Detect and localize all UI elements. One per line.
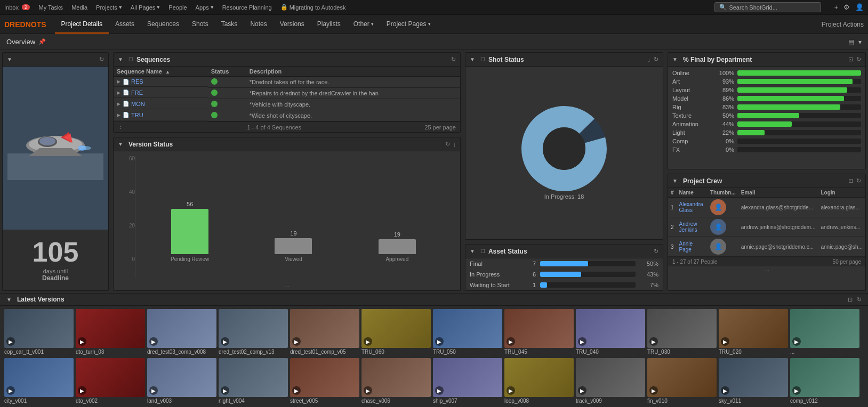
asset-collapse-icon[interactable]: ▼ bbox=[470, 248, 475, 254]
ver-collapse-icon[interactable]: ▼ bbox=[118, 141, 123, 147]
seq-col-name[interactable]: Sequence Name ▲ bbox=[114, 67, 208, 77]
sequences-collapse-icon[interactable]: ▼ bbox=[118, 56, 123, 62]
table-row[interactable]: ▶ 📄 FRE *Repairs to drednot by the dredC… bbox=[114, 88, 460, 99]
tab-tasks[interactable]: Tasks bbox=[215, 15, 244, 34]
nav-all-pages[interactable]: All Pages ▾ bbox=[131, 4, 160, 11]
play-icon[interactable]: ▶ bbox=[507, 337, 515, 346]
list-item[interactable]: ▶ TRU_060 bbox=[361, 309, 431, 355]
seq-name-link[interactable]: FRE bbox=[131, 89, 143, 96]
nav-projects[interactable]: Projects ▾ bbox=[96, 4, 122, 11]
list-item[interactable]: ▶ TRU_040 bbox=[576, 309, 645, 355]
list-item[interactable]: ▶ loop_v008 bbox=[504, 358, 574, 404]
crew-collapse-icon[interactable]: ▼ bbox=[672, 178, 678, 184]
seq-name-link[interactable]: RES bbox=[131, 78, 143, 85]
nav-media[interactable]: Media bbox=[71, 4, 87, 11]
list-item[interactable]: ▶ chase_v006 bbox=[361, 358, 431, 404]
seq-expand-icon[interactable]: ▶ bbox=[117, 101, 120, 107]
crew-refresh-icon[interactable]: ↻ bbox=[856, 177, 861, 184]
ver-refresh-icon[interactable]: ↻ bbox=[445, 141, 450, 148]
play-icon[interactable]: ▶ bbox=[649, 386, 658, 395]
list-item[interactable]: ▶ track_v009 bbox=[576, 358, 645, 404]
nav-resource-planning[interactable]: Resource Planning bbox=[222, 4, 272, 11]
crew-col-email[interactable]: Email bbox=[738, 188, 818, 198]
add-icon[interactable]: + bbox=[834, 3, 838, 11]
play-icon[interactable]: ▶ bbox=[792, 337, 801, 346]
search-bar[interactable]: 🔍 Search ShotGrid... bbox=[714, 2, 821, 12]
seq-name-link[interactable]: MON bbox=[131, 101, 145, 107]
nav-inbox[interactable]: Inbox 2 bbox=[4, 4, 30, 11]
shot-collapse-icon[interactable]: ▼ bbox=[470, 56, 475, 62]
play-icon[interactable]: ▶ bbox=[149, 386, 158, 395]
dept-collapse-icon[interactable]: ▼ bbox=[672, 56, 678, 62]
list-item[interactable]: ▶ fin_v010 bbox=[647, 358, 717, 404]
list-item[interactable]: ▶ street_v005 bbox=[290, 358, 359, 404]
play-icon[interactable]: ▶ bbox=[578, 386, 586, 395]
play-icon[interactable]: ▶ bbox=[721, 386, 729, 395]
seq-expand-icon[interactable]: ▶ bbox=[117, 90, 120, 95]
sequences-refresh-icon[interactable]: ↻ bbox=[451, 56, 456, 63]
play-icon[interactable]: ▶ bbox=[6, 386, 15, 395]
play-icon[interactable]: ▶ bbox=[292, 337, 301, 346]
play-icon[interactable]: ▶ bbox=[292, 386, 301, 395]
nav-apps[interactable]: Apps ▾ bbox=[196, 4, 214, 11]
list-item[interactable]: ▶ land_v003 bbox=[147, 358, 216, 404]
list-item[interactable]: ▶ TRU_020 bbox=[719, 309, 788, 355]
sequences-per-page[interactable]: 25 per page bbox=[424, 124, 456, 131]
tab-project-pages[interactable]: Project Pages ▾ bbox=[380, 15, 437, 34]
play-icon[interactable]: ▶ bbox=[221, 337, 229, 346]
project-name[interactable]: DREDNOTS bbox=[4, 20, 46, 29]
play-icon[interactable]: ▶ bbox=[578, 337, 586, 346]
shot-checkbox[interactable]: ☐ bbox=[480, 56, 485, 62]
list-item[interactable]: ▶ dto_turn_03 bbox=[76, 309, 145, 355]
play-icon[interactable]: ▶ bbox=[435, 337, 444, 346]
tab-shots[interactable]: Shots bbox=[186, 15, 215, 34]
shot-refresh-icon[interactable]: ↻ bbox=[654, 56, 658, 63]
list-item[interactable]: ▶ city_v001 bbox=[4, 358, 74, 404]
crew-col-login[interactable]: Login bbox=[818, 188, 865, 198]
table-row[interactable]: 2 Andrew Jenkins 👤 andrew.jenkins@shotgr… bbox=[668, 217, 865, 237]
pin-icon[interactable]: 📌 bbox=[38, 38, 46, 45]
play-icon[interactable]: ▶ bbox=[792, 386, 801, 395]
list-item[interactable]: ▶ dred_test02_comp_v13 bbox=[219, 309, 288, 355]
seq-col-status[interactable]: Status bbox=[208, 67, 246, 77]
tab-other[interactable]: Other ▾ bbox=[347, 15, 380, 34]
play-icon[interactable]: ▶ bbox=[149, 337, 158, 346]
tab-notes[interactable]: Notes bbox=[244, 15, 273, 34]
table-row[interactable]: ▶ 📄 MON *Vehicle with cityscape. bbox=[114, 99, 460, 110]
asset-checkbox[interactable]: ☐ bbox=[480, 248, 485, 254]
play-icon[interactable]: ▶ bbox=[6, 337, 15, 346]
list-item[interactable]: ▶ night_v004 bbox=[219, 358, 288, 404]
nav-my-tasks[interactable]: My Tasks bbox=[38, 4, 63, 11]
play-icon[interactable]: ▶ bbox=[364, 386, 372, 395]
list-item[interactable]: ▶ TRU_050 bbox=[433, 309, 502, 355]
tab-playlists[interactable]: Playlists bbox=[311, 15, 347, 34]
grid-view-icon[interactable]: ▤ bbox=[848, 38, 854, 46]
table-row[interactable]: 3 Annie Page 👤 annie.page@shotgriddemo.c… bbox=[668, 237, 865, 257]
list-item[interactable]: ▶ sky_v011 bbox=[719, 358, 788, 404]
play-icon[interactable]: ▶ bbox=[78, 386, 86, 395]
tab-assets[interactable]: Assets bbox=[109, 15, 141, 34]
play-icon[interactable]: ▶ bbox=[721, 337, 729, 346]
crew-per-page[interactable]: 50 per page bbox=[833, 259, 861, 265]
tab-project-details[interactable]: Project Details bbox=[55, 15, 109, 34]
chevron-down-icon[interactable]: ▾ bbox=[858, 38, 862, 46]
tab-sequences[interactable]: Sequences bbox=[141, 15, 186, 34]
refresh-icon[interactable]: ↻ bbox=[99, 56, 104, 63]
play-icon[interactable]: ▶ bbox=[364, 337, 372, 346]
play-icon[interactable]: ▶ bbox=[435, 386, 444, 395]
dept-refresh-icon[interactable]: ↻ bbox=[856, 56, 861, 63]
list-item[interactable]: ▶ dto_v002 bbox=[76, 358, 145, 404]
list-item[interactable]: ▶ comp_v012 bbox=[790, 358, 859, 404]
crew-name[interactable]: Alexandra Glass bbox=[677, 198, 708, 217]
crew-col-name[interactable]: Name bbox=[677, 188, 708, 198]
play-icon[interactable]: ▶ bbox=[649, 337, 658, 346]
settings-icon[interactable]: ⚙ bbox=[843, 3, 850, 11]
nav-migrating[interactable]: 🔒 Migrating to Autodesk bbox=[280, 4, 346, 11]
ver-download-icon[interactable]: ↓ bbox=[453, 141, 456, 148]
play-icon[interactable]: ▶ bbox=[507, 386, 515, 395]
list-item[interactable]: ▶ dred_test03_comp_v008 bbox=[147, 309, 216, 355]
project-actions-button[interactable]: Project Actions bbox=[822, 21, 864, 28]
list-item[interactable]: ▶ cop_car_tt_v001 bbox=[4, 309, 74, 355]
collapse-icon[interactable]: ▼ bbox=[7, 56, 12, 62]
crew-name[interactable]: Andrew Jenkins bbox=[677, 217, 708, 237]
